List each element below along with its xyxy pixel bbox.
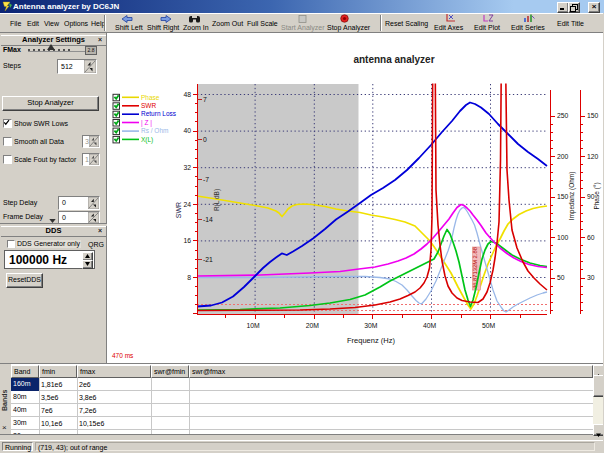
svg-text:-7: -7 (203, 176, 209, 183)
svg-text:120: 120 (587, 153, 599, 160)
svg-text:50: 50 (557, 274, 565, 281)
svg-text:150: 150 (557, 193, 569, 200)
svg-text:R(L dB): R(L dB) (213, 189, 221, 211)
svg-text:10M: 10M (246, 322, 260, 329)
svg-text:8: 8 (187, 274, 191, 281)
svg-text:250: 250 (557, 112, 569, 119)
svg-text:| Z |: | Z | (141, 119, 152, 127)
svg-text:20M: 20M (306, 322, 320, 329)
svg-text:Phase: Phase (141, 94, 160, 101)
svg-text:SWR: SWR (175, 202, 182, 218)
svg-text:antenna analyzer: antenna analyzer (353, 54, 434, 65)
svg-text:40: 40 (183, 127, 191, 134)
svg-text:50M: 50M (482, 322, 496, 329)
svg-text:150: 150 (587, 112, 599, 119)
svg-text:48: 48 (183, 91, 191, 98)
svg-text:60: 60 (587, 234, 595, 241)
svg-text:Phase (°): Phase (°) (593, 182, 601, 209)
svg-text:30: 30 (587, 274, 595, 281)
svg-text:Impedanz (Ohm): Impedanz (Ohm) (568, 172, 576, 221)
svg-text:SWR: SWR (141, 102, 156, 109)
svg-text:32: 32 (183, 164, 191, 171)
svg-text:470 ms: 470 ms (112, 352, 134, 359)
svg-text:-21: -21 (203, 256, 213, 263)
svg-text:Return Loss: Return Loss (141, 110, 177, 117)
svg-text:16: 16 (183, 237, 191, 244)
svg-text:100: 100 (557, 234, 569, 241)
svg-text:0: 0 (203, 136, 207, 143)
svg-text:30M: 30M (364, 322, 378, 329)
svg-text:X(L): X(L) (141, 136, 153, 144)
svg-text:7: 7 (203, 96, 207, 103)
svg-text:Frequenz (Hz): Frequenz (Hz) (347, 336, 395, 345)
svg-text:-14: -14 (203, 216, 213, 223)
svg-text:200: 200 (557, 153, 569, 160)
svg-text:40M: 40M (423, 322, 437, 329)
svg-text:Rs / Ohm: Rs / Ohm (141, 127, 168, 134)
svg-text:24: 24 (183, 201, 191, 208)
